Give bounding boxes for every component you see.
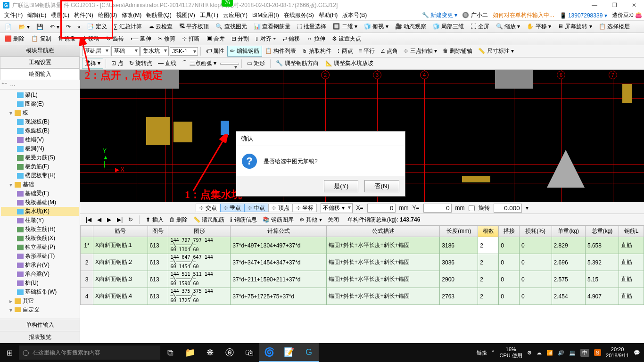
table-row[interactable]: 3X向斜面钢筋.3613 144 511 511 144─╲─────╱─60 … — [81, 271, 644, 288]
start-button[interactable]: ⊞ — [0, 343, 19, 362]
tree-item[interactable]: 其它 — [1, 296, 79, 305]
tree-item[interactable]: 筏板基础(M) — [1, 198, 79, 207]
table-tool-button[interactable]: ℹ 钢筋信息 — [227, 214, 259, 225]
toolbar-button[interactable]: ▣ 合并 — [204, 33, 228, 44]
ctx-button[interactable]: 🖱 拾取构件 — [299, 46, 334, 57]
ctx-button[interactable]: 🏷 属性 — [203, 46, 227, 57]
toolbar-button[interactable]: ⊹ 打断 — [179, 33, 202, 44]
floor-select[interactable]: 基础层 — [82, 46, 110, 56]
column-header[interactable]: 损耗(%) — [519, 226, 552, 237]
draw-tool[interactable]: ⌒ 三点画弧 ▾ — [179, 58, 219, 69]
snap-toggle[interactable]: ⊹ 顶点 — [268, 204, 292, 212]
menu-item[interactable]: 在线服务(S) — [281, 12, 316, 18]
toolbar-button[interactable]: 🟥 删除 — [2, 33, 27, 44]
toolbar-button[interactable]: » — [74, 22, 83, 32]
toolbar-button[interactable]: ⬚ 批量选择 — [294, 21, 329, 32]
toolbar-button[interactable]: ↷ — [63, 22, 74, 32]
column-header[interactable]: 筋号 — [93, 226, 148, 237]
edge-icon[interactable]: ⓔ — [220, 343, 239, 362]
tray-volume-icon[interactable]: 🔊 — [558, 350, 564, 356]
snap-toggle[interactable]: ⊹ 中点 — [244, 204, 268, 212]
toolbar-button[interactable]: ∑ 汇总计算 — [111, 21, 145, 32]
app-icon[interactable]: 🌀 — [259, 343, 279, 362]
tree-item[interactable]: 楼层板带(H) — [1, 171, 79, 180]
table-tool-button[interactable]: 📏 缩尺配筋 — [190, 214, 227, 225]
snap-toggle[interactable]: ⊹ 坐标 — [293, 204, 317, 212]
tray-icon[interactable]: ☁ — [537, 350, 542, 356]
toolbar-button[interactable]: ⇄ 偏移 — [280, 33, 303, 44]
taskbar-search[interactable]: ◯ 在这里输入你要搜索的内容 — [19, 346, 160, 360]
arc-options[interactable] — [220, 63, 239, 65]
tree-item[interactable]: 板受力筋(S) — [1, 153, 79, 162]
tray-icon[interactable]: 💻 — [569, 350, 576, 356]
tray-icon[interactable]: ⚙ — [527, 350, 532, 356]
table-row[interactable]: 1*X向斜面钢筋.1613 144 797 797 144─╲─────╱─60… — [81, 237, 644, 254]
toolbar-button[interactable]: 🔍 缩放 ▾ — [493, 21, 523, 32]
menu-item[interactable]: 编辑(E) — [25, 12, 49, 18]
menu-item[interactable]: 版本号(B) — [340, 12, 369, 18]
ctx-button[interactable]: ∠ 点角 — [378, 46, 401, 57]
ctx-button[interactable]: ✏ 编辑钢筋 — [227, 46, 262, 57]
nav-button[interactable]: |◀ — [83, 215, 94, 224]
toolbar-button[interactable]: ☁ 云检查 — [146, 21, 175, 32]
toolbar-button[interactable]: 🧊 局部三维 — [430, 21, 467, 32]
adjust-rebar-direction[interactable]: 🔧 调整钢筋方向 — [273, 58, 321, 69]
tree-item[interactable]: 条形基础(T) — [1, 252, 79, 261]
type-select[interactable]: 集水坑 — [140, 46, 169, 56]
toolbar-button[interactable]: 💾 — [33, 22, 46, 32]
toolbar-button[interactable]: 📑 定义 — [84, 21, 109, 32]
toolbar-button[interactable]: 🏗 平齐板顶 — [176, 21, 212, 32]
tree-item[interactable]: 基础板带(W) — [1, 288, 79, 296]
offset-x-input[interactable] — [367, 204, 396, 213]
menu-item[interactable]: 视图(V) — [174, 12, 198, 18]
tray-link[interactable]: 链接 — [477, 349, 487, 356]
component-tree[interactable]: 梁(L)圈梁(E)板现浇板(B)螺旋板(B)柱帽(V)板洞(N)板受力筋(S)板… — [0, 90, 80, 312]
help-link[interactable]: 如何对在单构件输入中… — [493, 11, 555, 19]
table-tool-button[interactable]: 关闭 — [325, 214, 342, 225]
tree-item[interactable]: 柱帽(V) — [1, 135, 79, 144]
category-select[interactable]: 基础 — [111, 46, 140, 56]
ctx-button[interactable]: 🗑 删除辅轴 — [440, 46, 475, 57]
menu-item[interactable]: 构件(N) — [72, 12, 96, 18]
table-tool-button[interactable]: 📚 钢筋图库 — [260, 214, 297, 225]
minimize-button[interactable]: — — [587, 2, 602, 8]
nav-button[interactable]: ◀ — [94, 215, 104, 224]
menu-item[interactable]: 楼层(L) — [49, 12, 72, 18]
close-button[interactable]: ✕ — [627, 2, 641, 8]
tree-item[interactable]: 桩(U) — [1, 279, 79, 288]
column-header[interactable]: 搭接 — [499, 226, 520, 237]
offset-select[interactable]: 不偏移 ▾ — [321, 203, 352, 213]
toolbar-button[interactable]: ✂ 修剪 — [155, 33, 178, 44]
tree-item[interactable]: 筏板负筋(X) — [1, 234, 79, 243]
adjust-sump-slope[interactable]: 📐 调整集水坑放坡 — [322, 58, 376, 69]
toolbar-button[interactable]: ⫿ 对齐 ▾ — [253, 33, 279, 44]
tree-tool-icon[interactable]: ⁺⁻ — [1, 81, 7, 88]
column-header[interactable]: 单重(kg) — [552, 226, 585, 237]
ctx-button[interactable]: 📋 构件列表 — [262, 46, 299, 57]
offset-y-input[interactable] — [423, 204, 452, 213]
toolbar-button[interactable]: 📋 选择楼层 — [596, 21, 633, 32]
toolbar-button[interactable]: 🧊 俯视 ▾ — [361, 21, 391, 32]
column-header[interactable]: 根数 — [478, 226, 499, 237]
toolbar-button[interactable]: 🎥 动态观察 — [392, 21, 429, 32]
toolbar-button[interactable]: ↔ 拉伸 — [304, 33, 328, 44]
snap-toggle[interactable]: ⊹ 垂点 — [220, 204, 244, 212]
table-row[interactable]: 2X向斜面钢筋.2613 144 647 647 144─╲─────╱─60 … — [81, 254, 644, 271]
rect-tool[interactable]: ▭ 矩形 — [244, 58, 268, 69]
column-header[interactable]: 公式描述 — [326, 226, 439, 237]
task-view-icon[interactable]: ⧉ — [160, 343, 180, 362]
tree-item[interactable]: 螺旋板(B) — [1, 126, 79, 135]
toolbar-button[interactable]: ↶ ▾ — [47, 22, 62, 32]
toolbar-button[interactable]: 📋 复制 — [28, 33, 54, 44]
tree-item[interactable]: 基础 — [1, 180, 79, 189]
tree-item[interactable]: 板负筋(F) — [1, 162, 79, 171]
tree-item[interactable]: 筏板主筋(R) — [1, 225, 79, 234]
folder-icon[interactable]: 📁 — [180, 343, 200, 362]
rotate-checkbox[interactable] — [469, 205, 475, 211]
menu-item[interactable]: 工具(T) — [198, 12, 221, 18]
column-header[interactable] — [81, 226, 93, 237]
tree-item[interactable]: 圈梁(E) — [1, 99, 79, 108]
nav-button[interactable]: ↻ — [125, 215, 136, 224]
column-header[interactable]: 图号 — [148, 226, 168, 237]
toolbar-button[interactable]: ⇅ 镜像 — [55, 33, 78, 44]
